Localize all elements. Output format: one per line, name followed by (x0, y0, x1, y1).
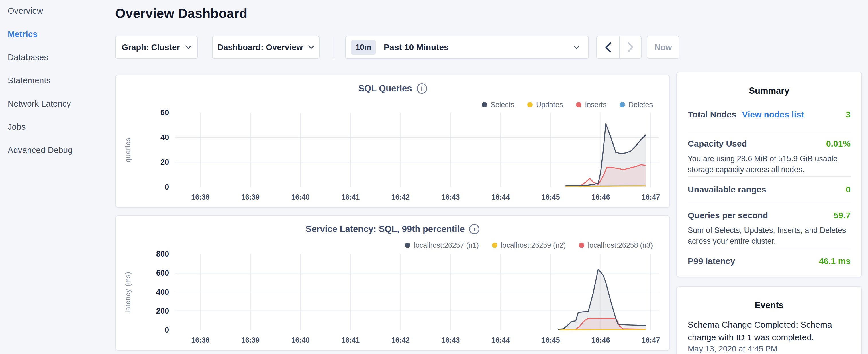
svg-text:16:47: 16:47 (642, 336, 660, 344)
view-nodes-list-link[interactable]: View nodes list (742, 110, 804, 120)
legend-label: Selects (491, 100, 514, 109)
dashboard-dropdown[interactable]: Dashboard: Overview (212, 36, 319, 59)
legend-dot-icon (405, 243, 410, 248)
svg-text:16:39: 16:39 (241, 193, 260, 201)
sql-queries-chart: 16:3816:3916:4016:4116:4216:4316:4416:45… (116, 108, 671, 206)
unavailable-ranges-value: 0 (846, 185, 850, 194)
info-icon[interactable]: i (469, 224, 479, 234)
next-time-button[interactable] (619, 36, 641, 58)
summary-panel: Summary Total Nodes View nodes list 3 Ca… (676, 72, 862, 277)
info-icon[interactable]: i (417, 83, 427, 94)
divider (688, 202, 850, 202)
time-range-selector[interactable]: 10m Past 10 Minutes (345, 36, 589, 59)
graph-dropdown[interactable]: Graph: Cluster (115, 36, 198, 59)
chevron-down-icon (308, 45, 314, 49)
chevron-down-icon (185, 45, 191, 49)
sidebar-item-advanced-debug[interactable]: Advanced Debug (8, 146, 73, 155)
svg-text:16:41: 16:41 (341, 193, 360, 201)
graph-dropdown-label: Graph: Cluster (122, 43, 180, 52)
legend-dot-icon (482, 102, 487, 107)
legend-label: localhost:26259 (n2) (501, 241, 566, 250)
svg-text:60: 60 (160, 108, 169, 117)
svg-text:16:41: 16:41 (341, 336, 360, 344)
summary-row-unavailable: Unavailable ranges 0 (688, 185, 850, 194)
chevron-down-icon (574, 45, 580, 49)
svg-text:40: 40 (160, 133, 169, 142)
legend-item[interactable]: Deletes (620, 100, 653, 109)
legend-item[interactable]: localhost:26258 (n3) (579, 241, 653, 250)
queries-per-second-value: 59.7 (834, 211, 850, 220)
legend-dot-icon (492, 243, 497, 248)
summary-row-p99: P99 latency 46.1 ms (688, 256, 850, 266)
svg-text:queries: queries (124, 137, 131, 162)
event-timestamp: May 13, 2020 at 4:45 PM (688, 344, 777, 353)
svg-text:16:46: 16:46 (591, 193, 610, 201)
legend-item[interactable]: Inserts (576, 100, 607, 109)
queries-per-second-label: Queries per second (688, 211, 768, 220)
svg-text:16:43: 16:43 (442, 193, 460, 201)
unavailable-ranges-label: Unavailable ranges (688, 185, 766, 194)
sidebar-item-network-latency[interactable]: Network Latency (8, 99, 71, 108)
legend-label: localhost:26257 (n1) (414, 241, 479, 250)
svg-text:16:45: 16:45 (541, 193, 560, 201)
dashboard-dropdown-label: Dashboard: Overview (217, 43, 303, 52)
svg-text:0: 0 (165, 326, 169, 334)
divider (688, 131, 850, 131)
svg-text:latency (ms): latency (ms) (124, 271, 131, 313)
sidebar-item-statements[interactable]: Statements (8, 76, 51, 85)
sidebar-item-databases[interactable]: Databases (8, 53, 48, 62)
svg-text:16:47: 16:47 (642, 193, 660, 201)
page-title: Overview Dashboard (115, 6, 247, 21)
sidebar-item-metrics[interactable]: Metrics (8, 30, 37, 39)
legend-label: localhost:26258 (n3) (588, 241, 653, 250)
summary-row-total-nodes: Total Nodes View nodes list 3 (688, 110, 850, 120)
chart-title: Service Latency: SQL, 99th percentile (306, 224, 465, 234)
svg-text:16:44: 16:44 (492, 193, 510, 201)
prev-time-button[interactable] (597, 36, 619, 58)
legend-label: Deletes (628, 100, 653, 109)
event-text: Schema Change Completed: Schema change w… (688, 319, 852, 344)
svg-text:16:40: 16:40 (291, 336, 310, 344)
queries-per-second-subtext: Sum of Selects, Updates, Inserts, and De… (688, 225, 853, 247)
p99-latency-value: 46.1 ms (819, 256, 850, 266)
summary-row-qps: Queries per second 59.7 (688, 211, 850, 220)
divider (688, 176, 850, 177)
legend-dot-icon (579, 243, 584, 248)
events-panel: Events Schema Change Completed: Schema c… (676, 286, 862, 354)
svg-text:16:46: 16:46 (591, 336, 610, 344)
svg-text:16:44: 16:44 (492, 336, 510, 344)
capacity-used-subtext: You are using 28.6 MiB of 515.9 GiB usab… (688, 153, 853, 175)
sidebar-item-jobs[interactable]: Jobs (8, 122, 26, 132)
time-range-label: Past 10 Minutes (384, 42, 574, 52)
sidebar-item-overview[interactable]: Overview (8, 6, 43, 16)
toolbar-divider (334, 37, 334, 58)
total-nodes-value: 3 (846, 110, 850, 120)
svg-text:16:42: 16:42 (392, 193, 410, 201)
legend-item[interactable]: Selects (482, 100, 514, 109)
legend-item[interactable]: localhost:26257 (n1) (405, 241, 479, 250)
svg-text:16:43: 16:43 (442, 336, 460, 344)
svg-text:20: 20 (160, 158, 169, 166)
svg-text:600: 600 (156, 269, 169, 277)
svg-text:16:40: 16:40 (291, 193, 310, 201)
capacity-used-label: Capacity Used (688, 139, 747, 149)
summary-row-capacity: Capacity Used 0.01% (688, 139, 850, 149)
time-range-badge: 10m (351, 40, 376, 55)
chevron-right-icon (627, 42, 633, 53)
total-nodes-label: Total Nodes (688, 110, 736, 120)
sql-queries-card: SQL Queries i SelectsUpdatesInsertsDelet… (115, 75, 670, 207)
svg-text:16:39: 16:39 (241, 336, 260, 344)
legend-item[interactable]: Updates (527, 100, 563, 109)
legend-label: Updates (536, 100, 563, 109)
now-button[interactable]: Now (647, 36, 679, 59)
svg-text:800: 800 (156, 250, 169, 258)
p99-latency-label: P99 latency (688, 256, 735, 266)
svg-text:400: 400 (156, 288, 169, 296)
time-step-buttons (596, 36, 642, 59)
service-latency-chart: 16:3816:3916:4016:4116:4216:4316:4416:45… (116, 249, 671, 350)
svg-text:16:42: 16:42 (392, 336, 410, 344)
svg-text:16:45: 16:45 (541, 336, 560, 344)
legend-item[interactable]: localhost:26259 (n2) (492, 241, 566, 250)
legend-dot-icon (527, 102, 533, 107)
summary-title: Summary (677, 86, 861, 96)
